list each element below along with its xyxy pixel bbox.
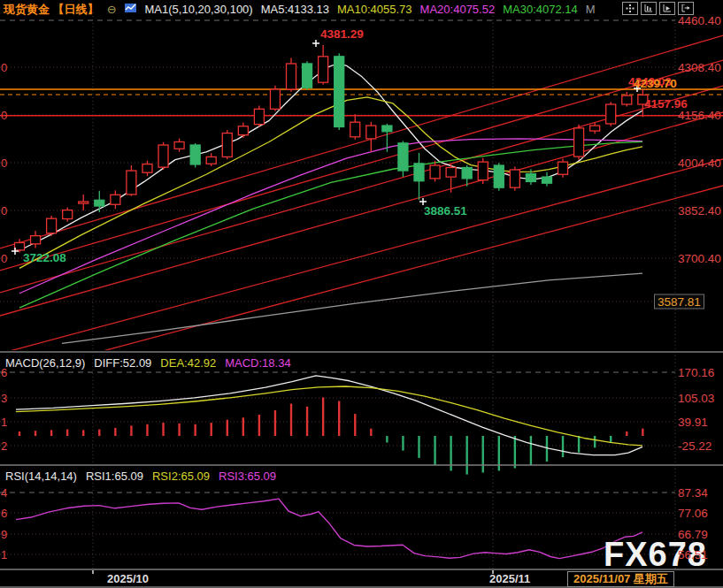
candle-body <box>158 145 168 167</box>
candle-body <box>622 95 632 104</box>
month-label-nov: 2025/11 <box>489 572 530 585</box>
chart-plot-area[interactable] <box>0 0 723 588</box>
special-level-label: 3587.81 <box>654 294 704 309</box>
start-low-label: 3722.08 <box>23 251 66 264</box>
ma-line <box>19 139 642 294</box>
candle-body <box>574 128 584 157</box>
trend-line <box>0 186 723 378</box>
y-axis-label: 66.79 <box>678 528 708 541</box>
y-axis-label: 56.51 <box>678 548 708 561</box>
candle-body <box>590 126 600 131</box>
y-axis-label: 4308.40 <box>678 61 721 74</box>
candle-body <box>31 236 41 244</box>
trend-line <box>0 60 723 271</box>
macd-macd-value: MACD:18.34 <box>225 356 290 370</box>
chart-header: 现货黄金 【日线】 ⊖ MA1(5,10,20,30,100) MA5:4133… <box>4 2 596 17</box>
candle-body <box>206 157 216 164</box>
clipped-axis-label-fragment: 0 <box>1 252 7 265</box>
y-axis-label: 170.16 <box>678 366 714 379</box>
y-axis-label: 4460.40 <box>678 14 721 27</box>
y-axis-label: 4004.40 <box>678 157 721 170</box>
ma20-value: MA20:4075.52 <box>420 3 496 16</box>
rsi-settings-label: RSI(14,14,14) <box>5 470 77 483</box>
current-price-tag: 4239.70 <box>634 77 677 90</box>
clipped-axis-label-fragment: 0 <box>1 157 7 170</box>
candle-body <box>526 174 535 182</box>
trend-line <box>0 159 723 354</box>
candle-body <box>350 122 360 137</box>
ma-period-label: M <box>586 3 596 16</box>
month-label-oct: 2025/10 <box>107 572 149 585</box>
candle-body <box>430 165 440 179</box>
clipped-axis-label-fragment: 9 <box>1 528 7 541</box>
candle-body <box>366 126 376 139</box>
rsi2-value: RSI2:65.09 <box>152 470 210 483</box>
candle-body <box>95 200 104 206</box>
clipped-axis-label-fragment: 6 <box>1 507 7 520</box>
axis-play-icon[interactable] <box>659 2 675 15</box>
macd-dea-value: DEA:42.92 <box>160 356 216 370</box>
move-crosshair-icon[interactable] <box>622 2 638 15</box>
ma-line <box>16 376 642 455</box>
y-axis-label: 105.03 <box>678 392 714 405</box>
clipped-axis-label-fragment: 6 <box>1 366 7 379</box>
candle-body <box>414 164 424 181</box>
clipped-axis-label-fragment: 0 <box>1 61 7 74</box>
y-axis-label: 4156.40 <box>678 109 721 122</box>
clipped-axis-label-fragment: 0 <box>1 204 7 218</box>
ma10-value: MA10:4055.73 <box>337 3 412 16</box>
candle-body <box>510 170 519 187</box>
rsi-panel[interactable] <box>16 499 642 558</box>
candle-body <box>142 164 152 173</box>
candle-body <box>222 134 232 157</box>
candle-body <box>478 162 488 180</box>
y-axis-label: 3852.40 <box>678 204 721 218</box>
macd-header: MACD(26,12,9) DIFF:52.09 DEA:42.92 MACD:… <box>5 356 291 370</box>
candle-body <box>47 218 57 233</box>
ma-line <box>16 499 642 558</box>
candle-body <box>606 104 616 124</box>
instrument-title: 现货黄金 【日线】 <box>4 2 99 18</box>
candle-body <box>446 167 456 177</box>
candle-body <box>558 162 568 174</box>
y-axis-label: 87.34 <box>678 486 708 500</box>
rsi3-value: RSI3:65.09 <box>219 470 276 483</box>
candle-body <box>190 145 200 164</box>
macd-panel[interactable] <box>16 376 642 475</box>
swing-low-label: 3886.51 <box>424 204 467 218</box>
y-axis-label: 77.06 <box>678 507 708 520</box>
candle-body <box>287 64 296 89</box>
axis-indicator-icon[interactable] <box>641 2 657 15</box>
ma-settings-label: MA1(5,10,20,30,100) <box>145 3 253 16</box>
rsi-header: RSI(14,14,14) RSI1:65.09 RSI2:65.09 RSI3… <box>5 470 276 483</box>
y-axis-label: 3700.40 <box>678 252 721 265</box>
clipped-axis-label-fragment: 2 <box>1 439 7 453</box>
clipped-axis-label-fragment: 4 <box>1 486 7 500</box>
main-panel[interactable] <box>0 35 723 378</box>
clipped-axis-label-fragment: 1 <box>1 548 7 561</box>
ma30-value: MA30:4072.14 <box>503 3 578 16</box>
ma-line <box>19 141 642 308</box>
candle-body <box>111 195 120 204</box>
candle-body <box>254 109 264 124</box>
candlestick-chart-icon <box>125 3 137 16</box>
candle-body <box>79 202 88 203</box>
candle-body <box>63 210 73 219</box>
ma-line <box>62 273 642 343</box>
candle-body <box>335 57 344 127</box>
candle-body <box>462 167 472 178</box>
candle-body <box>398 143 408 171</box>
candle-body <box>127 171 136 195</box>
candle-body <box>382 126 392 132</box>
candle-body <box>15 242 25 249</box>
candle-body <box>494 165 504 187</box>
y-axis-label: -25.22 <box>678 439 711 453</box>
clipped-axis-label-fragment: 0 <box>1 109 7 122</box>
candle-body <box>174 141 184 149</box>
collapse-icon[interactable]: ⊖ <box>107 3 117 16</box>
candle-body <box>319 57 328 82</box>
macd-diff-value: DIFF:52.09 <box>94 356 151 370</box>
clipped-axis-label-fragment: 1 <box>1 416 7 429</box>
macd-settings-label: MACD(26,12,9) <box>5 356 85 370</box>
rsi1-value: RSI1:65.09 <box>86 470 143 483</box>
